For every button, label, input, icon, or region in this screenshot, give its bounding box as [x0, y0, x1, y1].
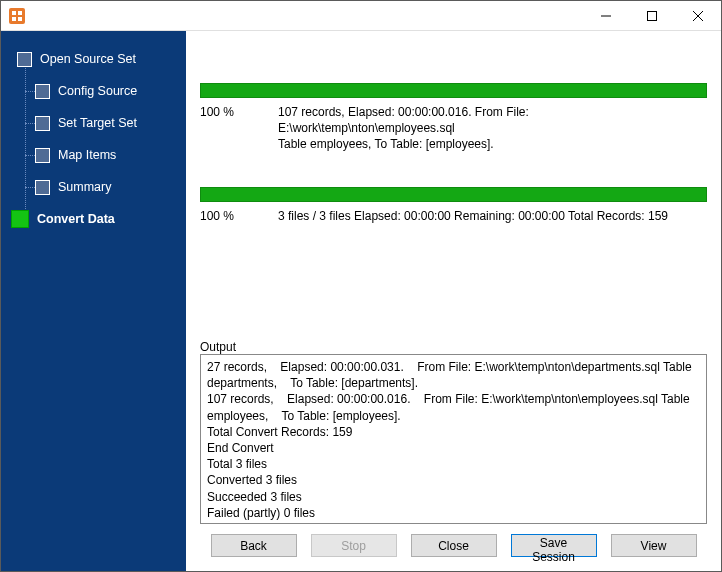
wizard-step-config-source[interactable]: Config Source [5, 75, 180, 107]
step-icon [35, 116, 50, 131]
view-button[interactable]: View [611, 534, 697, 557]
main-panel: 100 % 107 records, Elapsed: 00:00:00.016… [186, 31, 721, 571]
step-label: Open Source Set [40, 52, 136, 66]
titlebar [1, 1, 721, 31]
back-button[interactable]: Back [211, 534, 297, 557]
app-window: Open Source Set Config Source Set Target… [0, 0, 722, 572]
step-icon [35, 148, 50, 163]
step-label: Map Items [58, 148, 116, 162]
file-progress-bar [200, 83, 707, 98]
step-icon [35, 84, 50, 99]
file-progress-line: 107 records, Elapsed: 00:00:00.016. From… [278, 104, 707, 136]
button-row: Back Stop Close Save Session View [200, 524, 707, 561]
file-progress-details: 107 records, Elapsed: 00:00:00.016. From… [278, 104, 707, 153]
file-progress-line: Table employees, To Table: [employees]. [278, 136, 707, 152]
step-icon [11, 210, 29, 228]
wizard-step-summary[interactable]: Summary [5, 171, 180, 203]
step-label: Summary [58, 180, 111, 194]
wizard-step-open-source[interactable]: Open Source Set [5, 43, 180, 75]
step-icon [35, 180, 50, 195]
save-session-button[interactable]: Save Session [511, 534, 597, 557]
step-label: Convert Data [37, 212, 115, 226]
total-progress-section: 100 % 3 files / 3 files Elapsed: 00:00:0… [200, 187, 707, 224]
maximize-button[interactable] [629, 1, 675, 30]
total-progress-percent: 100 % [200, 208, 278, 224]
close-button[interactable] [675, 1, 721, 30]
minimize-button[interactable] [583, 1, 629, 30]
output-log[interactable]: 27 records, Elapsed: 00:00:00.031. From … [200, 354, 707, 524]
total-progress-details: 3 files / 3 files Elapsed: 00:00:00 Rema… [278, 208, 707, 224]
file-progress-section: 100 % 107 records, Elapsed: 00:00:00.016… [200, 83, 707, 153]
svg-rect-1 [648, 11, 657, 20]
app-icon [9, 8, 25, 24]
close-wizard-button[interactable]: Close [411, 534, 497, 557]
wizard-step-set-target[interactable]: Set Target Set [5, 107, 180, 139]
wizard-sidebar: Open Source Set Config Source Set Target… [1, 31, 186, 571]
wizard-step-convert-data[interactable]: Convert Data [5, 203, 180, 235]
file-progress-percent: 100 % [200, 104, 278, 153]
step-label: Set Target Set [58, 116, 137, 130]
output-label: Output [200, 322, 707, 354]
window-body: Open Source Set Config Source Set Target… [1, 31, 721, 571]
total-progress-bar [200, 187, 707, 202]
step-icon [17, 52, 32, 67]
wizard-step-map-items[interactable]: Map Items [5, 139, 180, 171]
step-label: Config Source [58, 84, 137, 98]
stop-button: Stop [311, 534, 397, 557]
